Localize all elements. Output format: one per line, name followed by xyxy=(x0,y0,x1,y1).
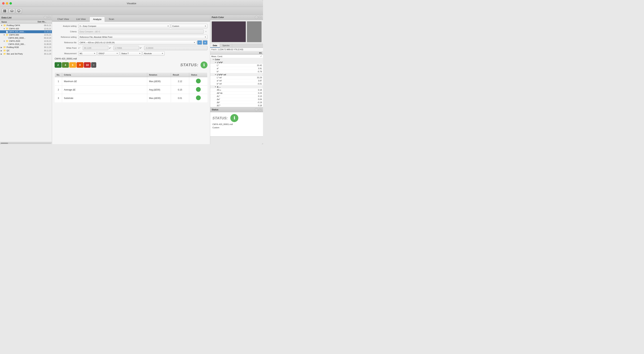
analyze-setting-select[interactable]: 0 – Easy Compare ▼ xyxy=(78,24,170,28)
analyze-custom-value: Custom xyxy=(172,25,179,27)
L-ref-label: L* ref xyxy=(217,76,251,79)
delta-e00-row: ΔE₀₀ 0.18 xyxy=(210,88,263,92)
expand-icon: ▼ xyxy=(214,61,216,63)
sidebar-list: ▼ 📁 Profiling CMYK 08.01.21 ▼ 📁 CMYK-420… xyxy=(0,24,52,142)
analyze-setting-label: Analyze setting xyxy=(54,25,78,27)
sidebar-item-profiling-rgb[interactable]: ▶ 📁 Profiling RGB 30.11.20 xyxy=(0,46,52,49)
reference-setting-label: Reference setting xyxy=(54,36,78,38)
add-reference-button[interactable]: + xyxy=(203,40,208,45)
svg-rect-3 xyxy=(5,11,6,12)
expand-arrow-icon: ▶ xyxy=(1,50,3,52)
meas-cond-label: Meas. Cond. xyxy=(211,55,251,57)
measurement-absolute-select[interactable]: Absolute ▼ xyxy=(143,51,164,56)
item-date: 08.01.21 xyxy=(39,24,51,26)
tab-spectra[interactable]: Spectra xyxy=(220,44,232,48)
patch-color-section: Patch Color – × Data Spectra xyxy=(210,15,263,107)
expand-arrow-icon: ▶ xyxy=(1,46,3,48)
sidebar-header: Data List – × xyxy=(0,15,52,20)
measurement-d50-select[interactable]: D50/2° ▼ xyxy=(97,51,119,56)
sidebar-item-cmyk-420[interactable]: ▼ 📁 CMYK-420 12.01.21 xyxy=(0,27,52,30)
lab-group-label: L*a*b* xyxy=(217,61,223,63)
status-close-button[interactable]: × xyxy=(258,108,262,111)
expand-icon: ▼ xyxy=(214,74,216,75)
delta-group-label: Δ ... xyxy=(217,86,221,88)
scroll-thumb[interactable] xyxy=(1,143,8,144)
status-panel-title: Status xyxy=(212,108,218,111)
status-info-icon: ℹ xyxy=(230,114,238,122)
measurement-m1-value: M1 xyxy=(80,52,82,54)
sidebar-item-cmyk-2520[interactable]: ▼ 📁 CMYK-2520 12.01.21 xyxy=(0,39,52,43)
white-point-a-field: 1.74966 xyxy=(114,46,139,50)
table-row[interactable]: 2 Average ΔE Avg.(ΔE00) 0.15 xyxy=(55,86,208,94)
sidebar-item-std-3rd-party[interactable]: ▶ 📁 Std. and 3rd Party 30.11.20 xyxy=(0,52,52,55)
patch-close-button[interactable]: × xyxy=(258,16,262,19)
sidebar-item-cmyk-840-file[interactable]: 📄 CMYK-840_0000... 05.02.20 xyxy=(0,36,52,39)
horizontal-scrollbar[interactable] xyxy=(0,142,52,144)
minimize-button[interactable] xyxy=(6,2,8,4)
sidebar-minimize-button[interactable]: – xyxy=(44,16,47,19)
tab-scan[interactable]: Scan xyxy=(105,16,118,21)
svg-rect-10 xyxy=(18,10,20,11)
cell-result: 2.12 xyxy=(171,77,189,86)
sidebar-item-cmyk-2520-file[interactable]: 📄 CMYK-2520_000... 31.08.20 xyxy=(0,43,52,46)
sidebar-item-cmyk-840[interactable]: ▼ 📁 CMYK-840 12.01.21 xyxy=(0,33,52,36)
status-row: STATUS: ℹ xyxy=(180,61,208,68)
main-area: Data List – × Name Date Mo... ▼ 📁 Profil… xyxy=(0,15,263,144)
white-point-b-value: -5.04044 xyxy=(146,47,153,49)
patch-minimize-button[interactable]: – xyxy=(255,16,258,19)
close-button[interactable] xyxy=(2,2,4,4)
sidebar-item-qc[interactable]: ▶ 📁 QC 30.11.20 xyxy=(0,49,52,52)
b-row: b* -5.79 xyxy=(210,70,263,73)
display-button[interactable] xyxy=(16,8,22,13)
measurement-status-select[interactable]: Status T ▼ xyxy=(120,51,142,56)
criteria-row: Criteria Easy Compare – ΔE=2 ▼ xyxy=(54,29,208,34)
delta-b-label: Δb* xyxy=(217,101,251,103)
analyze-content: Analyze setting 0 – Easy Compare ▼ Custo… xyxy=(52,22,210,144)
b-ref-label: b* ref xyxy=(217,83,251,85)
window-title: Visualize xyxy=(127,2,136,5)
table-row[interactable]: 3 Substrate Max.(ΔE00) 0.01 xyxy=(55,94,208,102)
chevron-down-icon: ▼ xyxy=(204,25,206,27)
lab-ref-group-label: L*a*b* ref xyxy=(217,73,226,76)
delta-eab-label: ΔE*ab xyxy=(217,92,251,94)
sidebar-item-cmyk-420-file[interactable]: 📄 CMYK-420_0000... 31.08.20 xyxy=(0,30,52,33)
measurement-m1-select[interactable]: M1 ▼ xyxy=(78,51,96,56)
tab-chart-view[interactable]: Chart View xyxy=(54,16,72,21)
analyze-custom-select[interactable]: Custom ▼ xyxy=(171,24,208,28)
folder-icon: 📁 xyxy=(3,49,6,52)
reference-file-label: Reference file xyxy=(54,41,78,44)
reference-file-select[interactable]: CMYK – 420.icc (2021-01-12 10:05:24) ▼ xyxy=(78,40,196,45)
white-point-L-value: 90.1199 xyxy=(84,47,91,49)
delta-a-row: Δa* 0.04 xyxy=(210,98,263,101)
chevron-down-icon: ▼ xyxy=(194,42,195,43)
cell-status xyxy=(189,77,208,86)
badge-10: 10 xyxy=(84,62,91,68)
status-info-icon: ℹ xyxy=(200,61,208,68)
patch-tabs: Data Spectra xyxy=(210,44,263,48)
cell-no: 2 xyxy=(55,86,62,94)
status-label: STATUS: xyxy=(180,63,198,67)
zoom-button[interactable] xyxy=(10,2,12,4)
m1-col-header: M1 xyxy=(251,52,262,54)
cell-notation: Max.(ΔE00) xyxy=(147,77,171,86)
table-row[interactable]: 1 Maximum ΔE Max.(ΔE00) 2.12 xyxy=(55,77,208,86)
svg-rect-2 xyxy=(4,11,4,12)
analyze-setting-value: 0 – Easy Compare xyxy=(80,25,96,27)
tab-data[interactable]: Data xyxy=(210,44,220,48)
tab-list-view[interactable]: List View xyxy=(73,16,89,21)
color-group-label: Color xyxy=(215,58,220,60)
reference-setting-select[interactable]: Reference File, Absolute White Point ▼ xyxy=(78,35,208,39)
remove-reference-button[interactable]: − xyxy=(197,40,202,45)
keyboard-button[interactable] xyxy=(9,8,15,13)
item-date: 30.11.20 xyxy=(39,50,51,52)
sidebar-item-profiling-cmyk[interactable]: ▼ 📁 Profiling CMYK 08.01.21 xyxy=(0,24,52,27)
status-indicator xyxy=(196,79,201,83)
L-ref-row: L* ref 33.29 xyxy=(210,76,263,79)
status-minimize-button[interactable]: – xyxy=(255,108,258,111)
chevron-down-icon: ▼ xyxy=(94,52,95,54)
item-label: CMYK-2520 xyxy=(9,40,39,42)
grid-view-button[interactable] xyxy=(2,8,8,13)
sidebar-close-button[interactable]: × xyxy=(48,16,50,19)
patch-color-swatch xyxy=(212,21,246,42)
tab-analyze[interactable]: Analyze xyxy=(90,16,105,22)
